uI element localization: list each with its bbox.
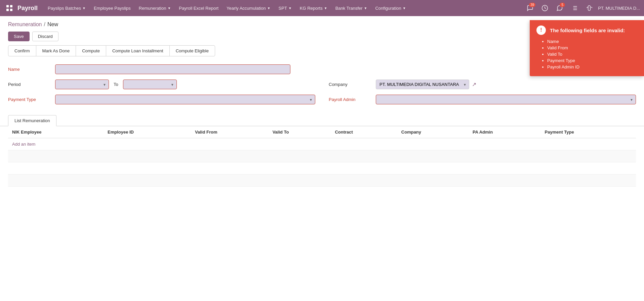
col-nik-employee: NIK Employee: [8, 126, 104, 138]
company-select-wrapper: PT. MULTIMEDIA DIGITAL NUSANTARA: [376, 80, 469, 89]
to-label: To: [112, 82, 120, 87]
period-inputs: To: [55, 80, 315, 89]
company-field: PT. MULTIMEDIA DIGITAL NUSANTARA ↗: [376, 80, 476, 89]
nav-employee-payslips[interactable]: Employee Payslips: [90, 0, 134, 16]
company-name: PT. MULTIMEDIA D...: [598, 6, 640, 11]
compute-eligible-button[interactable]: Compute Eligible: [169, 45, 215, 56]
payroll-admin-select[interactable]: [376, 95, 636, 104]
col-company: Company: [397, 126, 469, 138]
company-select[interactable]: PT. MULTIMEDIA DIGITAL NUSANTARA: [376, 80, 469, 89]
col-employee-id: Employee ID: [104, 126, 191, 138]
compute-button[interactable]: Compute: [76, 45, 106, 56]
period-label: Period: [8, 82, 55, 87]
grid-icon[interactable]: [4, 3, 15, 13]
col-payment-type: Payment Type: [541, 126, 636, 138]
add-item-cell[interactable]: Add an item: [8, 138, 636, 150]
chevron-down-icon: ▼: [403, 6, 406, 10]
tab-list-remuneration[interactable]: List Remuneration: [8, 115, 56, 126]
nav-spt[interactable]: SPT ▼: [275, 0, 295, 16]
period-to-select[interactable]: [123, 80, 177, 89]
empty-row-2: [8, 162, 636, 174]
messages-icon-btn[interactable]: 39: [524, 2, 536, 14]
remuneration-table: NIK Employee Employee ID Valid From Vali…: [8, 126, 636, 187]
list-icon-btn[interactable]: [568, 2, 580, 14]
save-button[interactable]: Save: [8, 32, 30, 41]
compute-loan-button[interactable]: Compute Loan Installment: [106, 45, 170, 56]
period-row: Period To: [8, 80, 315, 89]
nav-bank-transfer[interactable]: Bank Transfer ▼: [332, 0, 371, 16]
table-wrapper: NIK Employee Employee ID Valid From Vali…: [0, 126, 644, 187]
name-label: Name: [8, 67, 55, 72]
chevron-down-icon: ▼: [82, 6, 86, 10]
add-item-row[interactable]: Add an item: [8, 138, 636, 150]
col-pa-admin: PA Admin: [469, 126, 541, 138]
breadcrumb-parent[interactable]: Remuneration: [8, 21, 42, 28]
svg-rect-3: [10, 9, 12, 11]
payment-type-label: Payment Type: [8, 97, 55, 102]
clock-icon-btn[interactable]: [539, 2, 551, 14]
nav-right: 39 5 PT. MULTIMEDIA D...: [524, 2, 640, 14]
bug-icon-btn[interactable]: [583, 2, 595, 14]
mark-as-done-button[interactable]: Mark As Done: [36, 45, 76, 56]
chevron-down-icon: ▼: [167, 6, 171, 10]
svg-rect-0: [6, 5, 9, 7]
messages-badge: 39: [529, 3, 535, 7]
col-valid-to: Valid To: [269, 126, 331, 138]
payroll-admin-row: Payroll Admin: [329, 95, 636, 104]
payment-select-wrapper: [55, 95, 315, 104]
period-from-select[interactable]: [55, 80, 109, 89]
chat-icon-btn[interactable]: 5: [554, 2, 566, 14]
chat-badge: 5: [560, 3, 565, 7]
app-title: Payroll: [17, 5, 38, 12]
period-from-wrapper: [55, 80, 109, 89]
svg-rect-1: [10, 5, 12, 7]
error-title: The following fields are invalid:: [550, 28, 625, 33]
empty-row-1: [8, 150, 636, 162]
payroll-admin-label: Payroll Admin: [329, 97, 376, 102]
nav-kg-reports[interactable]: KG Reports ▼: [296, 0, 331, 16]
tabs-bar: List Remuneration: [0, 112, 644, 126]
nav-remuneration[interactable]: Remuneration ▼: [135, 0, 174, 16]
name-input[interactable]: [55, 64, 290, 74]
error-header: ! The following fields are invalid:: [536, 26, 637, 35]
top-nav: Payroll Payslips Batches ▼ Employee Pays…: [0, 0, 644, 16]
confirm-button[interactable]: Confirm: [8, 45, 36, 56]
external-link-icon[interactable]: ↗: [472, 81, 476, 88]
period-to-wrapper: [123, 80, 177, 89]
chevron-down-icon: ▼: [267, 6, 271, 10]
name-field-wrapper: [55, 64, 290, 74]
nav-payslips-batches[interactable]: Payslips Batches ▼: [44, 0, 89, 16]
discard-button[interactable]: Discard: [32, 32, 58, 41]
error-fields-list: Name Valid From Valid To Payment Type Pa…: [536, 39, 637, 69]
error-field-name: Name: [547, 39, 637, 44]
payment-type-select[interactable]: [55, 95, 315, 104]
payroll-admin-wrapper: [376, 95, 636, 104]
col-valid-from: Valid From: [191, 126, 269, 138]
company-row: Company PT. MULTIMEDIA DIGITAL NUSANTARA…: [329, 80, 636, 89]
error-field-payroll-admin: Payroll Admin ID: [547, 64, 637, 69]
breadcrumb-current: New: [47, 21, 58, 28]
error-popup: ! The following fields are invalid: Name…: [530, 20, 644, 76]
payment-type-row: Payment Type: [8, 95, 315, 104]
table-header-row: NIK Employee Employee ID Valid From Vali…: [8, 126, 636, 138]
nav-payroll-excel[interactable]: Payroll Excel Report: [175, 0, 222, 16]
error-field-payment-type: Payment Type: [547, 58, 637, 63]
error-field-valid-from: Valid From: [547, 45, 637, 50]
nav-yearly-accumulation[interactable]: Yearly Accumulation ▼: [223, 0, 274, 16]
chevron-down-icon: ▼: [364, 6, 367, 10]
chevron-down-icon: ▼: [288, 6, 292, 10]
svg-rect-2: [6, 9, 9, 11]
chevron-down-icon: ▼: [324, 6, 327, 10]
nav-configuration[interactable]: Configuration ▼: [372, 0, 409, 16]
col-contract: Contract: [331, 126, 397, 138]
error-field-valid-to: Valid To: [547, 52, 637, 57]
error-icon: !: [536, 26, 546, 35]
breadcrumb-separator: /: [44, 21, 45, 28]
company-label: Company: [329, 82, 376, 87]
empty-row-3: [8, 174, 636, 187]
